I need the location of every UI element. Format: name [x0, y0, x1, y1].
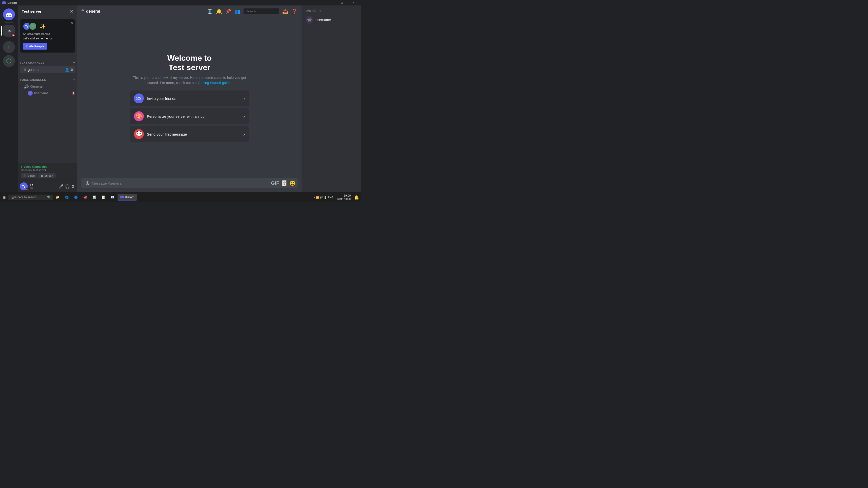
taskbar-word[interactable]: 📝: [99, 195, 108, 200]
server-header[interactable]: Test server ✕: [18, 5, 78, 18]
battery-icon: 🔋: [323, 196, 327, 199]
add-text-channel-button[interactable]: +: [73, 61, 75, 65]
settings-icon[interactable]: ⚙: [70, 68, 73, 72]
voice-member-avatar: 👾: [28, 91, 33, 96]
add-voice-channel-button[interactable]: +: [73, 77, 75, 82]
popup-close-button[interactable]: ✕: [71, 21, 74, 26]
welcome-action-personalize[interactable]: 🎨 Personalize your server with an icon ›: [130, 108, 249, 124]
inbox-icon[interactable]: 📥: [282, 8, 288, 14]
message-input-wrap: ⊕ GIF 🃏 😀: [81, 178, 298, 188]
popup-avatar-2: 👾: [29, 22, 37, 30]
titlebar: Discord — ☐ ✕: [0, 0, 361, 5]
user-avatar: Ts: [20, 183, 28, 190]
taskbar-search-wrap: 🔍: [8, 195, 53, 200]
home-button[interactable]: [3, 8, 15, 20]
server-icon-testserver[interactable]: Ts 1: [3, 25, 15, 37]
user-settings-button[interactable]: ⚙: [71, 184, 75, 189]
server-divider-2: [5, 39, 13, 39]
text-channel-icon: #: [24, 67, 26, 72]
taskbar-apps: 📁 🌐 🔵 🐙 📊 📝 📧 Discord: [53, 194, 137, 200]
volume-icon[interactable]: 🔊: [320, 196, 323, 199]
taskbar-excel[interactable]: 📊: [90, 195, 99, 200]
voice-channel-general[interactable]: 🔊 General: [20, 83, 75, 90]
taskbar: ⊞ 🔍 📁 🌐 🔵 🐙 📊 📝 📧 Discord: [0, 192, 361, 202]
notification-center-icon[interactable]: 🔔: [353, 195, 360, 200]
invite-icon[interactable]: 👤: [65, 68, 69, 72]
taskbar-chrome[interactable]: 🔵: [72, 195, 80, 200]
popup-avatars: Ts 👾: [23, 22, 37, 30]
deafen-icon: 🔇: [72, 92, 75, 95]
user-name: Ts: [30, 183, 56, 187]
thread-icon[interactable]: 🧵: [207, 8, 213, 14]
voice-member-name: username: [34, 91, 49, 95]
voice-status: ● Voice Connected: [21, 165, 74, 168]
channel-item-general[interactable]: # general 👤 ⚙: [20, 66, 75, 73]
server-divider: [5, 22, 13, 23]
taskbar-search-input[interactable]: [8, 195, 53, 200]
maximize-button[interactable]: ☐: [336, 0, 347, 5]
welcome-content: Welcome to Test server This is your bran…: [130, 53, 249, 142]
taskbar-time[interactable]: 19:00 30/11/2020: [335, 194, 353, 201]
send-message-action-icon: 💬: [134, 129, 144, 139]
taskbar-tray: ∧ 📶 🔊 🔋 ENG: [312, 196, 335, 199]
member-item[interactable]: 👾 username: [304, 14, 359, 25]
channel-actions: 👤 ⚙: [65, 68, 73, 72]
text-channels-label: TEXT CHANNELS: [20, 61, 44, 64]
message-input-area: ⊕ GIF 🃏 😀: [78, 178, 302, 192]
taskbar-search-icon: 🔍: [47, 196, 51, 199]
notification-bell-icon[interactable]: 🔔: [216, 8, 222, 14]
taskbar-outlook[interactable]: 📧: [108, 195, 117, 200]
taskbar-github[interactable]: 🐙: [81, 195, 90, 200]
start-icon: ⊞: [3, 196, 6, 199]
personalize-chevron-icon: ›: [243, 113, 245, 119]
add-server-button[interactable]: +: [3, 41, 15, 53]
explore-servers-button[interactable]: [3, 55, 15, 67]
message-input[interactable]: [90, 179, 271, 188]
deafen-button[interactable]: 🎧: [64, 184, 70, 189]
minimize-button[interactable]: —: [324, 0, 335, 5]
message-add-button[interactable]: ⊕: [85, 178, 90, 188]
screen-icon: 🖥: [41, 174, 43, 177]
welcome-action-send-message[interactable]: 💬 Send your first message ›: [130, 126, 249, 142]
welcome-action-invite[interactable]: 🎟 Invite your friends ›: [130, 91, 249, 106]
voice-info: General / Test server: [21, 168, 74, 171]
excel-icon: 📊: [93, 196, 96, 199]
sticker-button[interactable]: 🃏: [281, 180, 287, 186]
send-message-chevron-icon: ›: [243, 131, 245, 137]
start-button[interactable]: ⊞: [1, 195, 8, 200]
welcome-action-text-invite: Invite your friends: [147, 96, 240, 101]
text-channels-category: TEXT CHANNELS +: [18, 57, 78, 66]
tray-up-icon[interactable]: ∧: [313, 196, 315, 199]
dropdown-icon: ✕: [70, 9, 73, 14]
invite-people-button[interactable]: Invite People: [23, 43, 47, 50]
mute-button[interactable]: 🎤: [58, 184, 64, 189]
gif-button[interactable]: GIF: [271, 181, 279, 186]
header-actions: 🧵 🔔 📌 👥 📥 ❓: [207, 8, 298, 14]
getting-started-link[interactable]: Getting Started guide.: [198, 81, 231, 85]
titlebar-title: Discord: [7, 1, 17, 4]
voice-channel-icon: 🔊: [24, 84, 29, 89]
close-button[interactable]: ✕: [348, 0, 359, 5]
member-list-icon[interactable]: 👥: [235, 8, 241, 14]
taskbar-edge[interactable]: 🌐: [62, 195, 71, 200]
discord-taskbar-icon: [120, 195, 124, 199]
user-status-dot: [26, 188, 28, 191]
help-icon[interactable]: ❓: [291, 8, 298, 14]
emoji-button[interactable]: 😀: [289, 180, 296, 186]
video-button[interactable]: 🎥 Video: [21, 173, 37, 178]
voice-controls: 🎥 Video 🖥 Screen: [21, 173, 74, 178]
screen-button[interactable]: 🖥 Screen: [38, 173, 56, 178]
message-input-icons: GIF 🃏 😀: [271, 180, 296, 186]
voice-member[interactable]: 👾 username 🔇: [18, 90, 78, 96]
time-display: 19:00: [337, 194, 351, 197]
lang-label: ENG: [328, 196, 334, 199]
outlook-icon: 📧: [111, 196, 115, 199]
header-search-input[interactable]: [244, 8, 279, 14]
notification-badge: 1: [11, 33, 16, 37]
network-icon: 📶: [316, 196, 319, 199]
user-info: Ts #0: [30, 183, 56, 190]
taskbar-explorer[interactable]: 📁: [53, 195, 62, 200]
taskbar-discord-app[interactable]: Discord: [118, 194, 137, 200]
pin-icon[interactable]: 📌: [225, 8, 231, 14]
server-popup: ✕ Ts 👾 ✨ An adventure begins. Let's add …: [20, 19, 75, 53]
